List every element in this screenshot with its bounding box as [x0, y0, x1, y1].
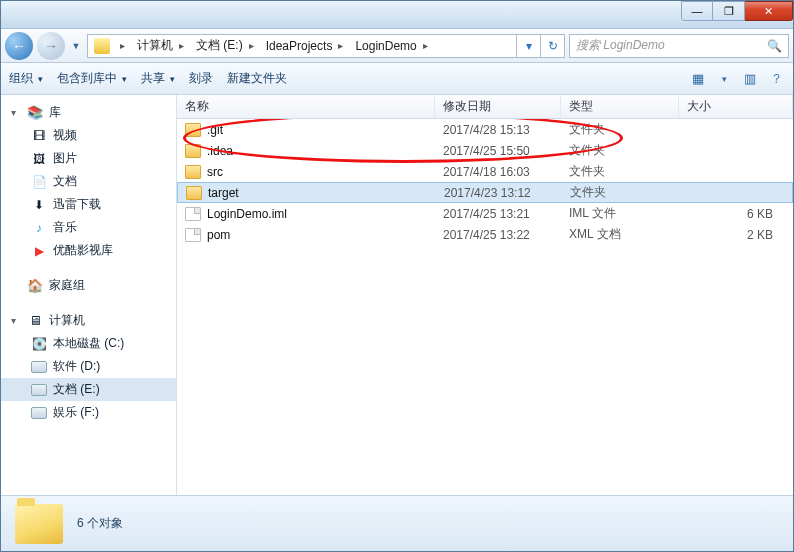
- file-date: 2017/4/25 13:21: [435, 207, 561, 221]
- sidebar-computer-header[interactable]: ▾ 🖥 计算机: [1, 309, 176, 332]
- file-date: 2017/4/28 15:13: [435, 123, 561, 137]
- sidebar-drive-d[interactable]: 软件 (D:): [1, 355, 176, 378]
- preview-pane-button[interactable]: ▥: [741, 70, 759, 88]
- file-row[interactable]: .idea 2017/4/25 15:50 文件夹: [177, 140, 793, 161]
- sidebar-item-pictures[interactable]: 🖼图片: [1, 147, 176, 170]
- download-icon: ⬇: [31, 197, 47, 213]
- organize-menu[interactable]: 组织: [9, 70, 43, 87]
- file-type: IML 文件: [561, 205, 679, 222]
- drive-icon: [31, 384, 47, 396]
- file-date: 2017/4/25 15:50: [435, 144, 561, 158]
- file-name: target: [208, 186, 239, 200]
- view-dropdown[interactable]: ▾: [715, 70, 733, 88]
- file-size: 6 KB: [679, 207, 793, 221]
- folder-icon: [186, 186, 202, 200]
- file-rows[interactable]: .git 2017/4/28 15:13 文件夹 .idea 2017/4/25…: [177, 119, 793, 495]
- file-name: .idea: [207, 144, 233, 158]
- folder-icon: [185, 144, 201, 158]
- sidebar-item-music[interactable]: ♪音乐: [1, 216, 176, 239]
- sidebar-library-label: 库: [49, 104, 61, 121]
- sidebar-item-documents[interactable]: 📄文档: [1, 170, 176, 193]
- file-row[interactable]: src 2017/4/18 16:03 文件夹: [177, 161, 793, 182]
- file-row[interactable]: pom 2017/4/25 13:22 XML 文档 2 KB: [177, 224, 793, 245]
- crumb-drive[interactable]: 文档 (E:)▸: [190, 37, 260, 54]
- status-text: 6 个对象: [77, 515, 123, 532]
- crumb-computer[interactable]: 计算机▸: [131, 37, 190, 54]
- column-headers: 名称 修改日期 类型 大小: [177, 95, 793, 119]
- history-dropdown[interactable]: ▼: [69, 41, 83, 51]
- drive-icon: [31, 361, 47, 373]
- sidebar-computer-label: 计算机: [49, 312, 85, 329]
- sidebar-item-youku[interactable]: ▶优酷影视库: [1, 239, 176, 262]
- drive-icon: 💽: [31, 336, 47, 352]
- navbar: ← → ▼ ▸ 计算机▸ 文档 (E:)▸ IdeaProjects▸ Logi…: [1, 29, 793, 63]
- file-row[interactable]: .git 2017/4/28 15:13 文件夹: [177, 119, 793, 140]
- file-type: XML 文档: [561, 226, 679, 243]
- sidebar-drive-e[interactable]: 文档 (E:): [1, 378, 176, 401]
- computer-icon: 🖥: [27, 313, 43, 329]
- collapse-icon: ▾: [11, 107, 21, 118]
- homegroup-icon: 🏠: [27, 278, 43, 294]
- document-icon: 📄: [31, 174, 47, 190]
- sidebar-homegroup: 🏠 家庭组: [1, 274, 176, 297]
- column-name[interactable]: 名称: [177, 95, 435, 118]
- file-row[interactable]: LoginDemo.iml 2017/4/25 13:21 IML 文件 6 K…: [177, 203, 793, 224]
- include-library-menu[interactable]: 包含到库中: [57, 70, 127, 87]
- back-button[interactable]: ←: [5, 32, 33, 60]
- file-name: pom: [207, 228, 230, 242]
- burn-button[interactable]: 刻录: [189, 70, 213, 87]
- share-menu[interactable]: 共享: [141, 70, 175, 87]
- file-icon: [185, 228, 201, 242]
- forward-button[interactable]: →: [37, 32, 65, 60]
- file-date: 2017/4/25 13:22: [435, 228, 561, 242]
- picture-icon: 🖼: [31, 151, 47, 167]
- close-button[interactable]: ✕: [745, 1, 793, 21]
- drive-icon: [31, 407, 47, 419]
- search-icon[interactable]: 🔍: [767, 39, 782, 53]
- collapse-icon: ▾: [11, 315, 21, 326]
- crumb-ideaprojects[interactable]: IdeaProjects▸: [260, 39, 350, 53]
- titlebar: — ❐ ✕: [1, 1, 793, 29]
- youku-icon: ▶: [31, 243, 47, 259]
- file-date: 2017/4/23 13:12: [436, 186, 562, 200]
- column-size[interactable]: 大小: [679, 95, 793, 118]
- refresh-button[interactable]: ↻: [540, 34, 564, 58]
- file-name: LoginDemo.iml: [207, 207, 287, 221]
- file-row[interactable]: target 2017/4/23 13:12 文件夹: [177, 182, 793, 203]
- column-type[interactable]: 类型: [561, 95, 679, 118]
- crumb-logindemo[interactable]: LoginDemo▸: [349, 39, 433, 53]
- sidebar-homegroup-header[interactable]: 🏠 家庭组: [1, 274, 176, 297]
- window-controls: — ❐ ✕: [681, 1, 793, 28]
- new-folder-button[interactable]: 新建文件夹: [227, 70, 287, 87]
- breadcrumb[interactable]: ▸ 计算机▸ 文档 (E:)▸ IdeaProjects▸ LoginDemo▸…: [87, 34, 565, 58]
- sidebar-item-xunlei[interactable]: ⬇迅雷下载: [1, 193, 176, 216]
- sidebar-drive-c[interactable]: 💽本地磁盘 (C:): [1, 332, 176, 355]
- minimize-button[interactable]: —: [681, 1, 713, 21]
- file-type: 文件夹: [561, 163, 679, 180]
- sidebar-item-video[interactable]: 🎞视频: [1, 124, 176, 147]
- sidebar-computer-group: ▾ 🖥 计算机 💽本地磁盘 (C:) 软件 (D:) 文档 (E:) 娱乐 (F…: [1, 309, 176, 424]
- sidebar-drive-f[interactable]: 娱乐 (F:): [1, 401, 176, 424]
- column-date[interactable]: 修改日期: [435, 95, 561, 118]
- file-name: src: [207, 165, 223, 179]
- maximize-button[interactable]: ❐: [713, 1, 745, 21]
- video-icon: 🎞: [31, 128, 47, 144]
- folder-icon: [185, 165, 201, 179]
- explorer-window: — ❐ ✕ ← → ▼ ▸ 计算机▸ 文档 (E:)▸ IdeaProjects…: [0, 0, 794, 552]
- view-mode-button[interactable]: ▦: [689, 70, 707, 88]
- search-placeholder: 搜索 LoginDemo: [576, 37, 665, 54]
- search-input[interactable]: 搜索 LoginDemo 🔍: [569, 34, 789, 58]
- help-button[interactable]: ？: [767, 70, 785, 88]
- file-type: 文件夹: [562, 184, 680, 201]
- file-icon: [185, 207, 201, 221]
- breadcrumb-dropdown[interactable]: ▾: [516, 34, 540, 58]
- sidebar-library-header[interactable]: ▾ 📚 库: [1, 101, 176, 124]
- folder-icon: [94, 38, 110, 54]
- folder-icon: [185, 123, 201, 137]
- body: ▾ 📚 库 🎞视频 🖼图片 📄文档 ⬇迅雷下载 ♪音乐 ▶优酷影视库 🏠 家庭组: [1, 95, 793, 495]
- music-icon: ♪: [31, 220, 47, 236]
- crumb-sep: ▸: [120, 40, 125, 51]
- toolbar: 组织 包含到库中 共享 刻录 新建文件夹 ▦ ▾ ▥ ？: [1, 63, 793, 95]
- file-type: 文件夹: [561, 121, 679, 138]
- sidebar-library-group: ▾ 📚 库 🎞视频 🖼图片 📄文档 ⬇迅雷下载 ♪音乐 ▶优酷影视库: [1, 101, 176, 262]
